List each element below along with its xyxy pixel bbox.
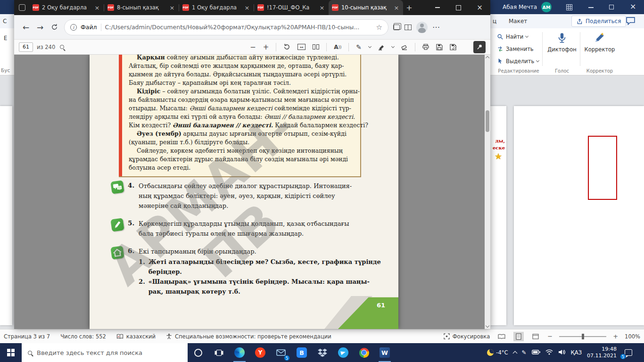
print-layout-button[interactable] xyxy=(513,332,524,341)
refresh-button[interactable] xyxy=(47,20,61,34)
zoom-out-button[interactable] xyxy=(250,43,256,51)
status-accessibility[interactable]: Специальные возможности: проверьте реком… xyxy=(166,333,331,340)
address-bar[interactable]: Файл C:/Users/admin/Documents/Новый%20фо… xyxy=(64,19,388,35)
page-view-button[interactable] xyxy=(313,44,319,49)
task-view-button[interactable] xyxy=(208,343,229,362)
browser-tab[interactable]: PDF 1 Оқу бағдарла xyxy=(179,0,254,15)
keyboard-language-button[interactable]: ҚАЗ xyxy=(571,349,582,356)
settings-menu-icon[interactable] xyxy=(432,23,440,32)
browser-tab[interactable]: PDF !17-ОШ_ФО_Ка xyxy=(254,0,329,15)
vertical-scrollbar[interactable] xyxy=(485,55,490,329)
taskbar-clock[interactable]: 19:48 07.11.2021 xyxy=(587,346,617,359)
save-as-button[interactable] xyxy=(450,44,456,50)
page-number-input[interactable]: 61 xyxy=(19,42,33,52)
cortana-button[interactable] xyxy=(188,343,208,362)
tab-close-icon[interactable] xyxy=(319,5,325,11)
scrollbar-thumb[interactable] xyxy=(486,110,489,132)
taskbar-mail-button[interactable]: 5 xyxy=(271,343,291,362)
status-word-count[interactable]: Число слов: 552 xyxy=(60,333,106,340)
start-button[interactable] xyxy=(0,343,22,362)
dictate-button[interactable]: Диктофон xyxy=(545,32,579,53)
new-tab-button[interactable] xyxy=(403,1,415,14)
maximize-button[interactable] xyxy=(448,0,469,15)
scroll-down-arrow[interactable] xyxy=(486,324,489,328)
back-button[interactable] xyxy=(19,20,33,34)
browser-tab[interactable]: PDF 8-сынып қазақ xyxy=(104,0,179,15)
toolbar-pin-button[interactable] xyxy=(473,41,486,53)
share-button[interactable]: Поделиться xyxy=(571,16,626,27)
zoom-level[interactable]: 100% xyxy=(625,333,640,340)
tab-actions-button[interactable] xyxy=(17,2,27,13)
taskbar-telegram-button[interactable] xyxy=(333,343,354,362)
ribbon-group-editing: Редактирование xyxy=(494,68,543,74)
browser-tab[interactable]: PDF 2 Оқу бағдарла xyxy=(29,0,104,15)
taskbar-dropbox-button[interactable] xyxy=(312,343,333,362)
read-aloud-button[interactable] xyxy=(334,44,341,50)
tab-title: 10-сынып қазақ xyxy=(341,4,390,11)
network-icon[interactable] xyxy=(545,349,553,356)
word-close-button[interactable] xyxy=(630,2,636,11)
stylus-icon[interactable] xyxy=(522,349,527,356)
ribbon-tab-layout[interactable]: Макет xyxy=(509,18,527,25)
focus-mode-button[interactable]: Фокусировка xyxy=(444,333,490,340)
pdf-search-icon[interactable] xyxy=(60,45,64,49)
collections-icon[interactable] xyxy=(393,25,400,30)
replace-button[interactable]: Заменить xyxy=(497,46,534,52)
page-info-icon[interactable] xyxy=(70,24,77,31)
language-label: казахский xyxy=(126,333,156,340)
zoom-in-button[interactable] xyxy=(263,43,269,51)
read-mode-button[interactable] xyxy=(496,332,507,341)
status-page-indicator[interactable]: Страница 3 из 7 xyxy=(4,333,50,340)
tab-close-icon[interactable] xyxy=(169,5,175,11)
taskbar-word-button[interactable]: W xyxy=(374,343,395,362)
status-language[interactable]: казахский xyxy=(116,333,156,340)
minimize-button[interactable] xyxy=(427,0,448,15)
save-button[interactable] xyxy=(436,44,443,50)
tab-close-icon[interactable] xyxy=(244,5,250,11)
battery-icon[interactable] xyxy=(532,349,540,356)
zoom-slider-thumb[interactable] xyxy=(582,334,584,339)
add-favorite-icon[interactable] xyxy=(376,23,382,32)
find-button[interactable]: Найти xyxy=(497,33,528,40)
tray-expand-icon[interactable] xyxy=(512,351,517,356)
highlight-menu-chevron[interactable] xyxy=(391,44,395,48)
draw-button[interactable] xyxy=(356,43,362,51)
word-account-name[interactable]: Абая Мечта xyxy=(503,4,537,10)
ribbon-display-options-icon[interactable] xyxy=(566,4,572,10)
split-screen-icon[interactable] xyxy=(405,25,412,30)
print-button[interactable] xyxy=(422,44,429,50)
highlight-button[interactable] xyxy=(378,44,385,50)
profile-avatar[interactable] xyxy=(416,22,428,33)
word-maximize-button[interactable] xyxy=(609,5,614,9)
taskbar-search[interactable]: Введите здесь текст для поиска xyxy=(22,343,188,362)
zoom-out-button[interactable]: − xyxy=(547,333,553,340)
forward-button[interactable] xyxy=(33,20,47,34)
tab-close-icon[interactable] xyxy=(393,5,400,11)
draw-menu-chevron[interactable] xyxy=(368,44,372,48)
close-button[interactable] xyxy=(469,0,490,15)
scroll-up-arrow[interactable] xyxy=(486,56,489,60)
tab-close-icon[interactable] xyxy=(94,5,100,11)
web-layout-button[interactable] xyxy=(530,332,541,341)
infobox-line: құрамдас бөліктерін дұрыс пайдалана білу… xyxy=(129,155,355,164)
select-button[interactable]: Выделить xyxy=(497,58,539,65)
comments-button[interactable] xyxy=(626,17,636,25)
ribbon-tab-fragment[interactable]: ц xyxy=(493,18,496,25)
weather-widget[interactable]: -4°C xyxy=(487,349,508,356)
erase-button[interactable] xyxy=(401,44,408,50)
volume-icon[interactable] xyxy=(558,349,566,356)
taskbar-yandex-button[interactable]: Y xyxy=(250,343,271,362)
rotate-button[interactable] xyxy=(283,43,290,50)
user-avatar[interactable]: АМ xyxy=(541,2,552,12)
taskbar-vk-button[interactable]: В xyxy=(291,343,312,362)
web-layout-icon xyxy=(532,334,539,339)
zoom-slider[interactable] xyxy=(559,336,606,337)
taskbar-edge-button[interactable] xyxy=(229,343,250,362)
browser-tab-active[interactable]: PDF 10-сынып қазақ xyxy=(329,0,403,15)
editor-button[interactable]: Корректор xyxy=(583,32,617,53)
word-minimize-button[interactable] xyxy=(588,7,594,8)
action-center-button[interactable]: 5 xyxy=(622,343,635,362)
fit-width-button[interactable] xyxy=(297,44,305,50)
taskbar-chrome-button[interactable] xyxy=(354,343,374,362)
zoom-in-button[interactable]: + xyxy=(613,333,618,340)
